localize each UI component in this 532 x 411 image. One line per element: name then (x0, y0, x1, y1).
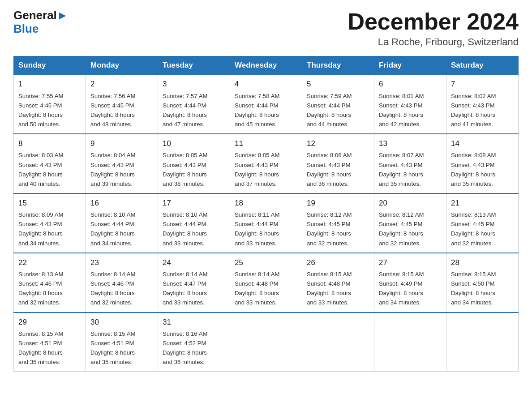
day-number: 27 (379, 257, 442, 269)
calendar-cell: 20Sunrise: 8:12 AMSunset: 4:45 PMDayligh… (374, 193, 446, 253)
day-number: 14 (451, 138, 514, 150)
day-info: Sunrise: 8:08 AMSunset: 4:43 PMDaylight:… (451, 150, 514, 188)
day-info: Sunrise: 8:14 AMSunset: 4:48 PMDaylight:… (235, 270, 297, 308)
day-info: Sunrise: 8:06 AMSunset: 4:43 PMDaylight:… (307, 150, 369, 188)
day-number: 5 (307, 78, 369, 90)
calendar-cell: 8Sunrise: 8:03 AMSunset: 4:43 PMDaylight… (14, 134, 86, 193)
calendar-cell (446, 313, 519, 372)
col-header-tuesday: Tuesday (158, 56, 230, 75)
day-info: Sunrise: 8:15 AMSunset: 4:49 PMDaylight:… (379, 270, 442, 308)
day-info: Sunrise: 8:05 AMSunset: 4:43 PMDaylight:… (235, 150, 297, 188)
calendar-cell: 2Sunrise: 7:56 AMSunset: 4:45 PMDaylight… (86, 75, 158, 134)
day-number: 29 (18, 317, 81, 328)
calendar-cell: 30Sunrise: 8:15 AMSunset: 4:51 PMDayligh… (86, 313, 158, 372)
day-info: Sunrise: 8:15 AMSunset: 4:48 PMDaylight:… (307, 270, 369, 308)
calendar-cell: 24Sunrise: 8:14 AMSunset: 4:47 PMDayligh… (158, 253, 230, 313)
day-number: 30 (90, 317, 153, 328)
day-info: Sunrise: 8:15 AMSunset: 4:50 PMDaylight:… (451, 270, 514, 308)
day-info: Sunrise: 8:10 AMSunset: 4:44 PMDaylight:… (90, 210, 153, 248)
day-info: Sunrise: 8:12 AMSunset: 4:45 PMDaylight:… (379, 210, 442, 248)
day-info: Sunrise: 8:09 AMSunset: 4:43 PMDaylight:… (18, 210, 81, 248)
day-number: 6 (379, 78, 442, 90)
day-number: 23 (90, 257, 153, 269)
calendar-cell: 11Sunrise: 8:05 AMSunset: 4:43 PMDayligh… (230, 134, 302, 193)
day-number: 19 (307, 197, 369, 209)
logo-triangle: ► (57, 9, 69, 22)
calendar-cell: 15Sunrise: 8:09 AMSunset: 4:43 PMDayligh… (14, 193, 86, 253)
col-header-monday: Monday (86, 56, 158, 75)
calendar-cell: 13Sunrise: 8:07 AMSunset: 4:43 PMDayligh… (374, 134, 446, 193)
day-number: 3 (163, 78, 225, 90)
page-header: General► Blue December 2024 La Roche, Fr… (13, 9, 519, 48)
calendar-cell: 10Sunrise: 8:05 AMSunset: 4:43 PMDayligh… (158, 134, 230, 193)
day-info: Sunrise: 8:01 AMSunset: 4:43 PMDaylight:… (379, 91, 442, 129)
calendar-cell: 22Sunrise: 8:13 AMSunset: 4:46 PMDayligh… (14, 253, 86, 313)
calendar-cell: 21Sunrise: 8:13 AMSunset: 4:45 PMDayligh… (446, 193, 519, 253)
day-info: Sunrise: 8:07 AMSunset: 4:43 PMDaylight:… (379, 150, 442, 188)
calendar-cell: 17Sunrise: 8:10 AMSunset: 4:44 PMDayligh… (158, 193, 230, 253)
logo-general-row: General► (13, 9, 69, 22)
logo: General► Blue (13, 9, 69, 36)
day-number: 10 (163, 138, 225, 150)
day-number: 26 (307, 257, 369, 269)
day-number: 9 (90, 138, 153, 150)
col-header-wednesday: Wednesday (230, 56, 302, 75)
day-number: 25 (235, 257, 297, 269)
day-number: 1 (18, 78, 81, 90)
calendar-cell: 6Sunrise: 8:01 AMSunset: 4:43 PMDaylight… (374, 75, 446, 134)
calendar-cell: 19Sunrise: 8:12 AMSunset: 4:45 PMDayligh… (302, 193, 374, 253)
calendar-cell: 27Sunrise: 8:15 AMSunset: 4:49 PMDayligh… (374, 253, 446, 313)
week-row-2: 8Sunrise: 8:03 AMSunset: 4:43 PMDaylight… (14, 134, 519, 193)
day-info: Sunrise: 8:13 AMSunset: 4:45 PMDaylight:… (451, 210, 514, 248)
day-info: Sunrise: 8:03 AMSunset: 4:43 PMDaylight:… (18, 150, 81, 188)
calendar-cell: 9Sunrise: 8:04 AMSunset: 4:43 PMDaylight… (86, 134, 158, 193)
day-number: 4 (235, 78, 297, 90)
col-header-sunday: Sunday (14, 56, 86, 75)
day-info: Sunrise: 7:59 AMSunset: 4:44 PMDaylight:… (307, 91, 369, 129)
day-info: Sunrise: 8:10 AMSunset: 4:44 PMDaylight:… (163, 210, 225, 248)
calendar-header: SundayMondayTuesdayWednesdayThursdayFrid… (14, 56, 519, 75)
day-info: Sunrise: 8:15 AMSunset: 4:51 PMDaylight:… (18, 329, 81, 367)
col-header-thursday: Thursday (302, 56, 374, 75)
day-info: Sunrise: 8:12 AMSunset: 4:45 PMDaylight:… (307, 210, 369, 248)
month-title: December 2024 (348, 9, 519, 34)
day-number: 31 (163, 317, 225, 328)
calendar-cell: 4Sunrise: 7:58 AMSunset: 4:44 PMDaylight… (230, 75, 302, 134)
day-info: Sunrise: 8:14 AMSunset: 4:47 PMDaylight:… (163, 270, 225, 308)
day-info: Sunrise: 7:58 AMSunset: 4:44 PMDaylight:… (235, 91, 297, 129)
calendar-cell: 12Sunrise: 8:06 AMSunset: 4:43 PMDayligh… (302, 134, 374, 193)
day-number: 20 (379, 197, 442, 209)
calendar-cell: 31Sunrise: 8:16 AMSunset: 4:52 PMDayligh… (158, 313, 230, 372)
day-number: 13 (379, 138, 442, 150)
calendar-cell: 25Sunrise: 8:14 AMSunset: 4:48 PMDayligh… (230, 253, 302, 313)
week-row-4: 22Sunrise: 8:13 AMSunset: 4:46 PMDayligh… (14, 253, 519, 313)
day-number: 2 (90, 78, 153, 90)
week-row-3: 15Sunrise: 8:09 AMSunset: 4:43 PMDayligh… (14, 193, 519, 253)
day-number: 16 (90, 197, 153, 209)
day-info: Sunrise: 8:13 AMSunset: 4:46 PMDaylight:… (18, 270, 81, 308)
day-number: 15 (18, 197, 81, 209)
col-header-friday: Friday (374, 56, 446, 75)
day-info: Sunrise: 8:04 AMSunset: 4:43 PMDaylight:… (90, 150, 153, 188)
day-info: Sunrise: 8:11 AMSunset: 4:44 PMDaylight:… (235, 210, 297, 248)
day-number: 17 (163, 197, 225, 209)
calendar-cell (302, 313, 374, 372)
calendar-cell (230, 313, 302, 372)
calendar-cell (374, 313, 446, 372)
calendar-cell: 28Sunrise: 8:15 AMSunset: 4:50 PMDayligh… (446, 253, 519, 313)
calendar-cell: 23Sunrise: 8:14 AMSunset: 4:46 PMDayligh… (86, 253, 158, 313)
day-info: Sunrise: 8:14 AMSunset: 4:46 PMDaylight:… (90, 270, 153, 308)
day-number: 24 (163, 257, 225, 269)
header-row: SundayMondayTuesdayWednesdayThursdayFrid… (14, 56, 519, 75)
calendar-cell: 29Sunrise: 8:15 AMSunset: 4:51 PMDayligh… (14, 313, 86, 372)
day-number: 12 (307, 138, 369, 150)
day-info: Sunrise: 8:15 AMSunset: 4:51 PMDaylight:… (90, 329, 153, 367)
week-row-5: 29Sunrise: 8:15 AMSunset: 4:51 PMDayligh… (14, 313, 519, 372)
day-info: Sunrise: 8:16 AMSunset: 4:52 PMDaylight:… (163, 329, 225, 367)
calendar-cell: 1Sunrise: 7:55 AMSunset: 4:45 PMDaylight… (14, 75, 86, 134)
logo-general-text: General (13, 9, 57, 22)
calendar-cell: 3Sunrise: 7:57 AMSunset: 4:44 PMDaylight… (158, 75, 230, 134)
day-number: 8 (18, 138, 81, 150)
calendar-cell: 14Sunrise: 8:08 AMSunset: 4:43 PMDayligh… (446, 134, 519, 193)
day-info: Sunrise: 7:57 AMSunset: 4:44 PMDaylight:… (163, 91, 225, 129)
